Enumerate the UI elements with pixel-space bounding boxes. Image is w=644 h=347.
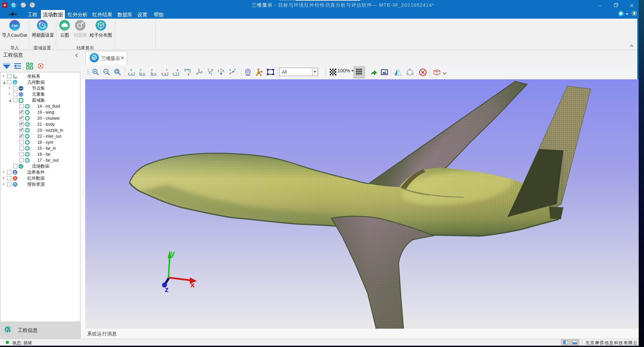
svg-text:x: x <box>229 72 231 75</box>
svg-text:x: x <box>152 72 154 75</box>
svg-text:z: z <box>172 72 174 75</box>
svg-text:z: z <box>131 72 132 75</box>
svg-text:x: x <box>188 73 189 76</box>
svg-text:z: z <box>14 76 16 78</box>
svg-text:x: x <box>190 281 195 289</box>
svg-text:x: x <box>222 69 224 72</box>
svg-text:Y: Y <box>198 68 200 71</box>
svg-text:Y: Y <box>130 68 132 72</box>
svg-text:x: x <box>211 68 213 71</box>
svg-text:z: z <box>210 72 212 75</box>
svg-text:z: z <box>165 285 168 294</box>
svg-text:z: z <box>184 69 186 72</box>
svg-text:x: x <box>177 68 178 72</box>
svg-text:Y: Y <box>166 68 168 72</box>
svg-text:y: y <box>170 249 175 258</box>
svg-text:Y: Y <box>207 68 209 71</box>
svg-text:x: x <box>164 72 166 75</box>
svg-text:Y: Y <box>151 68 153 72</box>
svg-text:x: x <box>201 70 202 74</box>
svg-text:x: x <box>128 72 130 75</box>
svg-text:z: z <box>196 72 197 75</box>
svg-text:z: z <box>161 72 163 75</box>
svg-text:Y: Y <box>220 68 222 71</box>
svg-text:Y: Y <box>140 68 142 72</box>
svg-text:z: z <box>218 69 219 72</box>
svg-text:x: x <box>16 76 17 78</box>
svg-text:z: z <box>229 68 231 71</box>
svg-text:Y: Y <box>175 72 177 75</box>
svg-text:Y: Y <box>234 68 236 71</box>
svg-text:z: z <box>141 72 142 75</box>
svg-text:z: z <box>155 72 156 75</box>
svg-text:x: x <box>143 72 145 75</box>
svg-text:Y: Y <box>187 69 189 72</box>
